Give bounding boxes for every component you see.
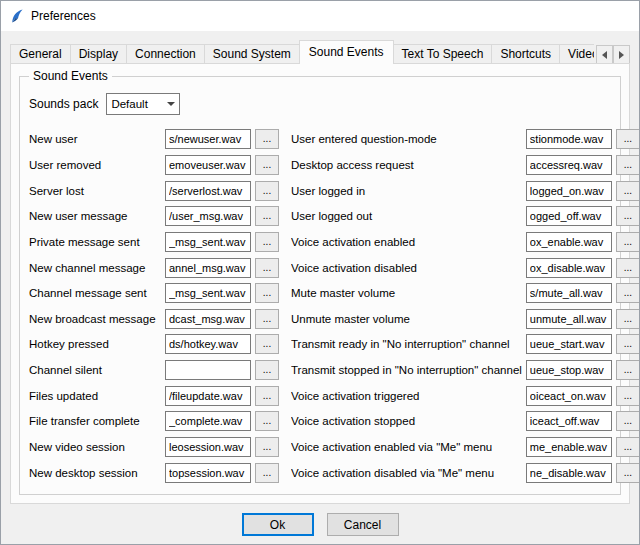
sound-file-input[interactable] bbox=[526, 437, 612, 457]
sound-event-columns: New user ... User removed ... Server los… bbox=[29, 129, 613, 488]
window-title: Preferences bbox=[31, 9, 96, 23]
tab-display[interactable]: Display bbox=[70, 44, 127, 64]
sound-event-label: Voice activation disabled via "Me" menu bbox=[291, 467, 526, 479]
sound-file-input[interactable] bbox=[526, 232, 612, 252]
sound-event-row: Voice activation triggered ... bbox=[291, 385, 640, 406]
sound-file-input[interactable] bbox=[165, 411, 251, 431]
titlebar: Preferences bbox=[1, 1, 639, 31]
browse-button[interactable]: ... bbox=[255, 206, 279, 226]
browse-button[interactable]: ... bbox=[255, 232, 279, 252]
sound-event-label: User logged out bbox=[291, 210, 526, 222]
browse-button[interactable]: ... bbox=[616, 129, 640, 149]
tab-shortcuts[interactable]: Shortcuts bbox=[491, 44, 560, 64]
dropdown-arrow-icon bbox=[167, 102, 175, 106]
sound-file-input[interactable] bbox=[165, 309, 251, 329]
sound-file-input[interactable] bbox=[165, 463, 251, 483]
sound-event-row: Channel message sent ... bbox=[29, 283, 279, 304]
sound-file-input[interactable] bbox=[526, 309, 612, 329]
tab-general[interactable]: General bbox=[10, 44, 71, 64]
sounds-pack-select[interactable]: Default bbox=[106, 93, 180, 115]
browse-button[interactable]: ... bbox=[616, 155, 640, 175]
sound-file-input[interactable] bbox=[165, 334, 251, 354]
cancel-button[interactable]: Cancel bbox=[327, 513, 399, 536]
sound-file-input[interactable] bbox=[165, 232, 251, 252]
sound-file-input[interactable] bbox=[526, 411, 612, 431]
sound-event-row: User logged in ... bbox=[291, 180, 640, 201]
sound-event-row: Hotkey pressed ... bbox=[29, 334, 279, 355]
browse-button[interactable]: ... bbox=[255, 283, 279, 303]
sound-file-input[interactable] bbox=[165, 386, 251, 406]
sound-file-input[interactable] bbox=[165, 155, 251, 175]
browse-button[interactable]: ... bbox=[255, 181, 279, 201]
sound-file-input[interactable] bbox=[526, 360, 612, 380]
browse-button[interactable]: ... bbox=[616, 206, 640, 226]
sound-event-row: Voice activation disabled ... bbox=[291, 257, 640, 278]
sound-file-input[interactable] bbox=[526, 181, 612, 201]
sound-event-row: New broadcast message ... bbox=[29, 308, 279, 329]
browse-button[interactable]: ... bbox=[616, 334, 640, 354]
tab-video[interactable]: Video bbox=[559, 44, 594, 64]
tab-text-to-speech[interactable]: Text To Speech bbox=[393, 44, 493, 64]
sound-event-row: Mute master volume ... bbox=[291, 283, 640, 304]
browse-button[interactable]: ... bbox=[255, 463, 279, 483]
browse-button[interactable]: ... bbox=[616, 463, 640, 483]
browse-button[interactable]: ... bbox=[616, 411, 640, 431]
sound-event-label: Unmute master volume bbox=[291, 313, 526, 325]
browse-button[interactable]: ... bbox=[616, 258, 640, 278]
browse-button[interactable]: ... bbox=[616, 232, 640, 252]
sound-event-label: Transmit stopped in "No interruption" ch… bbox=[291, 364, 526, 376]
sound-file-input[interactable] bbox=[526, 129, 612, 149]
tab-bar: General Display Connection Sound System … bbox=[10, 40, 630, 64]
sound-event-label: Mute master volume bbox=[291, 287, 526, 299]
tab-sound-system[interactable]: Sound System bbox=[204, 44, 300, 64]
browse-button[interactable]: ... bbox=[255, 386, 279, 406]
sound-event-label: User entered question-mode bbox=[291, 133, 526, 145]
browse-button[interactable]: ... bbox=[255, 155, 279, 175]
browse-button[interactable]: ... bbox=[616, 309, 640, 329]
sound-event-row: Voice activation enabled via "Me" menu .… bbox=[291, 437, 640, 458]
sound-event-label: Desktop access request bbox=[291, 159, 526, 171]
sound-file-input[interactable] bbox=[165, 360, 251, 380]
browse-button[interactable]: ... bbox=[255, 437, 279, 457]
browse-button[interactable]: ... bbox=[616, 386, 640, 406]
sound-file-input[interactable] bbox=[165, 181, 251, 201]
sound-event-label: File transfer complete bbox=[29, 415, 165, 427]
browse-button[interactable]: ... bbox=[255, 411, 279, 431]
sound-file-input[interactable] bbox=[526, 463, 612, 483]
sound-file-input[interactable] bbox=[526, 155, 612, 175]
tab-sound-events[interactable]: Sound Events bbox=[299, 40, 394, 64]
browse-button[interactable]: ... bbox=[616, 360, 640, 380]
app-icon bbox=[9, 8, 25, 24]
sound-file-input[interactable] bbox=[165, 206, 251, 226]
browse-button[interactable]: ... bbox=[255, 258, 279, 278]
sound-file-input[interactable] bbox=[526, 386, 612, 406]
sound-file-input[interactable] bbox=[165, 283, 251, 303]
sound-event-label: User removed bbox=[29, 159, 165, 171]
browse-button[interactable]: ... bbox=[255, 129, 279, 149]
sounds-pack-row: Sounds pack Default bbox=[29, 93, 180, 115]
tab-strip: General Display Connection Sound System … bbox=[10, 40, 594, 64]
sound-file-input[interactable] bbox=[526, 258, 612, 278]
sound-file-input[interactable] bbox=[165, 437, 251, 457]
sound-event-row: Voice activation enabled ... bbox=[291, 232, 640, 253]
browse-button[interactable]: ... bbox=[255, 334, 279, 354]
tab-scroll-right-button[interactable] bbox=[613, 45, 630, 64]
sound-event-label: Transmit ready in "No interruption" chan… bbox=[291, 338, 526, 350]
browse-button[interactable]: ... bbox=[616, 437, 640, 457]
sound-file-input[interactable] bbox=[165, 129, 251, 149]
browse-button[interactable]: ... bbox=[255, 360, 279, 380]
sound-file-input[interactable] bbox=[165, 258, 251, 278]
browse-button[interactable]: ... bbox=[255, 309, 279, 329]
tab-scroll-left-button[interactable] bbox=[596, 45, 613, 64]
browse-button[interactable]: ... bbox=[616, 283, 640, 303]
sound-file-input[interactable] bbox=[526, 283, 612, 303]
ok-button[interactable]: Ok bbox=[242, 513, 314, 536]
sound-event-row: Transmit ready in "No interruption" chan… bbox=[291, 334, 640, 355]
sound-event-label: User logged in bbox=[291, 185, 526, 197]
dialog-footer: Ok Cancel bbox=[1, 505, 639, 544]
sound-file-input[interactable] bbox=[526, 206, 612, 226]
sound-file-input[interactable] bbox=[526, 334, 612, 354]
browse-button[interactable]: ... bbox=[616, 181, 640, 201]
tab-connection[interactable]: Connection bbox=[126, 44, 205, 64]
sound-events-tab-page: Sound Events Sounds pack Default New use… bbox=[10, 63, 630, 504]
